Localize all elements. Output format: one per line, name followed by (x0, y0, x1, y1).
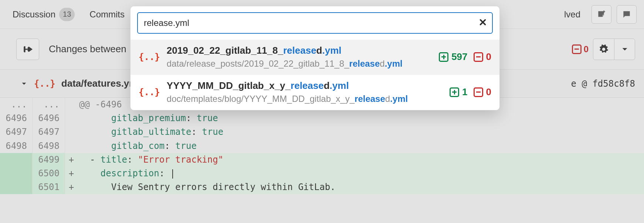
file-finder-search-field[interactable] (137, 12, 493, 34)
chevron-down-icon (620, 44, 630, 54)
file-finder-result-path: data/release_posts/2019_02_22_gitlab_11_… (167, 59, 432, 69)
diff-settings-caret[interactable] (614, 39, 635, 60)
diff-settings-button-group (593, 39, 635, 60)
discussion-button[interactable] (617, 5, 637, 24)
plus-box-icon (450, 87, 459, 97)
line-number-old (0, 167, 33, 180)
diff-line: 6501+ View Sentry errors directly within… (0, 180, 644, 194)
diff-line: 64986498 gitlab_com: true (0, 139, 644, 153)
additions-value: 1 (462, 86, 467, 98)
total-deletions-chip: 0 (572, 44, 589, 54)
file-collapse-toggle[interactable] (20, 80, 28, 88)
changes-between-label: Changes between (49, 43, 126, 55)
line-number-new: 6499 (33, 153, 65, 167)
line-number-old: 6496 (0, 112, 33, 125)
yaml-file-icon: {..} (34, 79, 55, 89)
diff-file-path: data/features.ym (61, 78, 138, 89)
line-number-new: ... (33, 98, 65, 112)
diff-line: 64966496 gitlab_premium: true (0, 112, 644, 125)
plus-box-icon (439, 52, 448, 62)
chevron-down-icon (20, 80, 28, 88)
total-deletions-value: 0 (584, 44, 589, 54)
diff-sign: + (65, 167, 78, 180)
line-number-new: 6496 (33, 112, 65, 125)
file-finder-result-text: 2019_02_22_gitlab_11_8_released.ymldata/… (167, 45, 432, 69)
diff-line: 6500+ description: | (0, 167, 644, 180)
tab-discussion-label: Discussion (13, 9, 55, 20)
file-finder-result-name: YYYY_MM_DD_gitlab_x_y_released.yml (167, 80, 443, 91)
add-note-button[interactable] (592, 5, 611, 24)
diff-settings-button[interactable] (593, 39, 614, 60)
line-number-old (0, 153, 33, 167)
additions-stat: 1 (450, 86, 467, 98)
additions-value: 597 (451, 51, 467, 63)
diff-code: gitlab_ultimate: true (78, 125, 644, 139)
deletions-stat: 0 (474, 51, 491, 63)
diff-sign (65, 112, 78, 125)
file-finder-popover: {..}2019_02_22_gitlab_11_8_released.ymld… (130, 6, 500, 110)
line-number-new: 6501 (33, 180, 65, 194)
diff-sign: + (65, 153, 78, 167)
line-number-old (0, 180, 33, 194)
minus-box-icon (474, 87, 483, 97)
additions-stat: 597 (439, 51, 467, 63)
diff-content: ... ... @@ -6496 64966496 gitlab_premium… (0, 98, 644, 194)
file-finder-result[interactable]: {..}2019_02_22_gitlab_11_8_released.ymld… (131, 40, 499, 75)
gear-icon (599, 44, 609, 54)
changes-toolbar-right: 0 (572, 39, 635, 60)
deletions-stat: 0 (474, 86, 491, 98)
diff-sign: + (65, 180, 78, 194)
file-finder-result-name: 2019_02_22_gitlab_11_8_released.yml (167, 45, 432, 56)
note-add-icon (597, 10, 606, 19)
discussion-count-badge: 13 (59, 8, 75, 21)
file-finder-result[interactable]: {..}YYYY_MM_DD_gitlab_x_y_released.ymldo… (131, 75, 499, 110)
diff-code: - title: "Error tracking" (78, 153, 644, 167)
view-file-at-sha[interactable]: e @ fd58c8f8 (571, 79, 635, 89)
resolved-indicator: lved (564, 9, 586, 20)
line-number-old: ... (0, 98, 33, 112)
tab-commits-label: Commits (89, 9, 125, 20)
compare-mode-button[interactable] (16, 39, 39, 60)
deletions-value: 0 (486, 51, 491, 63)
line-number-new: 6498 (33, 139, 65, 153)
file-finder-result-stats: 10 (450, 86, 491, 98)
diff-sign (65, 125, 78, 139)
yaml-file-icon: {..} (139, 52, 160, 62)
tab-discussion[interactable]: Discussion 13 (13, 0, 75, 29)
compare-arrow-icon (23, 44, 33, 54)
file-finder-result-text: YYYY_MM_DD_gitlab_x_y_released.ymldoc/te… (167, 80, 443, 104)
diff-line: 6499+ - title: "Error tracking" (0, 153, 644, 167)
file-finder-search-wrap (131, 6, 499, 40)
yaml-file-icon: {..} (139, 87, 160, 97)
line-number-old: 6498 (0, 139, 33, 153)
file-finder-input[interactable] (144, 18, 472, 28)
tab-commits[interactable]: Commits (89, 0, 125, 29)
clear-search-button[interactable] (479, 18, 487, 28)
minus-box-icon (474, 52, 483, 62)
line-number-old: 6497 (0, 125, 33, 139)
line-number-new: 6500 (33, 167, 65, 180)
diff-code: gitlab_com: true (78, 139, 644, 153)
close-icon (479, 18, 487, 26)
speech-bubble-icon (622, 10, 631, 19)
deletions-value: 0 (486, 86, 491, 98)
file-finder-result-stats: 5970 (439, 51, 491, 63)
diff-code: View Sentry errors directly within GitLa… (78, 180, 644, 194)
diff-code: gitlab_premium: true (78, 112, 644, 125)
line-number-new: 6497 (33, 125, 65, 139)
diff-code: description: | (78, 167, 644, 180)
diff-sign (65, 139, 78, 153)
diff-line: 64976497 gitlab_ultimate: true (0, 125, 644, 139)
tabbar-right: lved (564, 5, 637, 24)
minus-box-icon (572, 44, 582, 54)
diff-sign (65, 98, 78, 112)
file-finder-result-path: doc/templates/blog/YYYY_MM_DD_gitlab_x_y… (167, 94, 443, 104)
